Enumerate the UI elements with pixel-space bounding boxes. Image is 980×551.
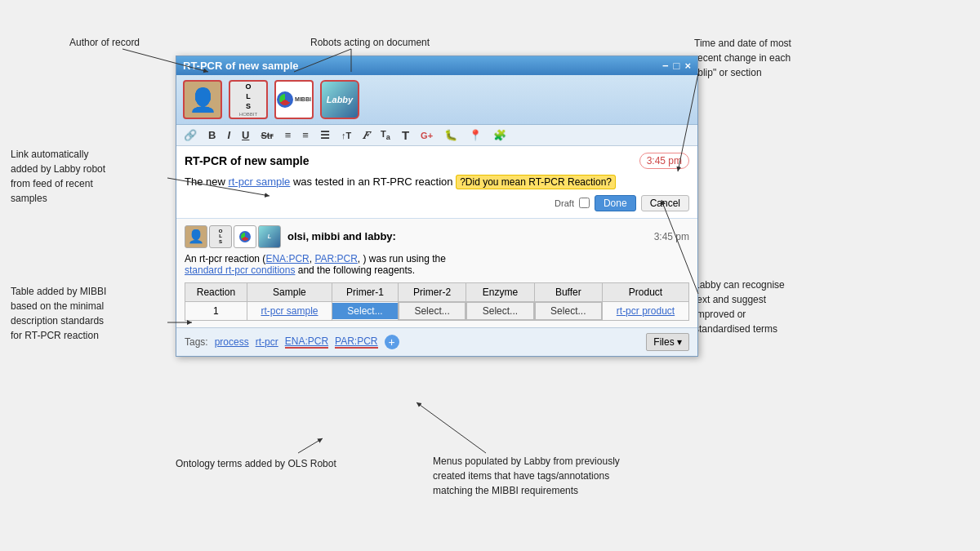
- table-row: 1 rt-pcr sample Select... Select... Sele…: [185, 301, 689, 320]
- primer2-select-button[interactable]: Select...: [399, 302, 466, 320]
- col-reaction: Reaction: [185, 282, 247, 301]
- tag-ena-pcr[interactable]: ENA:PCR: [285, 335, 328, 349]
- time-annotation: Time and date of mostrecent change in ea…: [694, 36, 791, 80]
- blip-1-time: 3:45 pm: [639, 153, 689, 169]
- list-tool[interactable]: ☰: [318, 128, 332, 142]
- blip-text-before: The new: [185, 176, 228, 188]
- author-annotation: Author of record: [69, 36, 140, 50]
- cell-reaction: 1: [185, 301, 247, 320]
- reagents-table: Reaction Sample Primer-1 Primer-2 Enzyme…: [185, 282, 689, 321]
- blip-2: 👤 OLS L olsi, mibbi and labby: 3:45 pm: [176, 219, 697, 327]
- content-area: RT-PCR of new sample 3:45 pm The new rt-…: [176, 146, 697, 356]
- ontology-annotation: Ontology terms added by OLS Robot: [176, 457, 336, 471]
- tags-label: Tags:: [185, 336, 208, 348]
- avatar-bar: 👤 OLS HOBBIT MIBBI Labby: [176, 75, 697, 125]
- spell-suggestion[interactable]: ?Did you mean RT-PCR Reaction?: [456, 175, 616, 189]
- done-button[interactable]: Done: [595, 195, 636, 211]
- bold-T-tool[interactable]: T: [399, 127, 412, 143]
- pin-tool[interactable]: 📍: [466, 128, 484, 142]
- gplus-tool[interactable]: G+: [418, 130, 435, 141]
- menus-annotation: Menus populated by Labby from previously…: [433, 454, 620, 498]
- toolbar: 🔗 B I U Str ≡ ≡ ☰ ↑T 𝐹 Ta T G+ 🐛 📍 🧩: [176, 125, 697, 146]
- blip-1-header: RT-PCR of new sample 3:45 pm: [185, 153, 689, 169]
- blip-2-author: olsi, mibbi and labby:: [287, 230, 396, 242]
- buffer-select-button[interactable]: Select...: [535, 302, 602, 320]
- blip-2-avatars: 👤 OLS L: [185, 225, 281, 248]
- cancel-button[interactable]: Cancel: [641, 195, 689, 211]
- labby-robot-avatar[interactable]: Labby: [320, 80, 359, 119]
- product-link[interactable]: rt-pcr product: [617, 305, 675, 317]
- font-tool[interactable]: 𝐹: [360, 128, 372, 143]
- col-primer1: Primer-1: [332, 282, 399, 301]
- cell-product: rt-pcr product: [602, 301, 688, 320]
- text-color-tool[interactable]: Ta: [378, 128, 393, 142]
- blip-2-text: An rt-pcr reaction (ENA:PCR, PAR:PCR, ) …: [185, 253, 689, 276]
- col-product: Product: [602, 282, 688, 301]
- table-annotation: Table added by MIBBIbased on the minimal…: [11, 284, 106, 343]
- col-enzyme: Enzyme: [466, 282, 534, 301]
- blip-text-middle: was tested in an RT-PRC reaction: [290, 176, 456, 188]
- col-primer2: Primer-2: [398, 282, 466, 301]
- cell-primer1[interactable]: Select...: [332, 301, 399, 320]
- link-auto-annotation: Link automaticallyadded by Labby robotfr…: [11, 147, 105, 206]
- mini-avatar-ols: OLS: [209, 225, 232, 248]
- files-button[interactable]: Files ▾: [646, 333, 689, 351]
- blip-1: RT-PCR of new sample 3:45 pm The new rt-…: [176, 146, 697, 219]
- add-tag-button[interactable]: +: [385, 335, 399, 349]
- blip-2-header: 👤 OLS L olsi, mibbi and labby: 3:45 pm: [185, 225, 689, 248]
- cell-sample: rt-pcr sample: [247, 301, 332, 320]
- ols-robot-avatar[interactable]: OLS HOBBIT: [229, 80, 268, 119]
- main-window: RT-PCR of new sample − □ × 👤 OLS HOBBIT …: [176, 56, 698, 357]
- mini-avatar-mibbi: [234, 225, 256, 248]
- cell-primer2[interactable]: Select...: [398, 301, 466, 320]
- mibbi-robot-avatar[interactable]: MIBBI: [274, 80, 314, 119]
- primer1-select-button[interactable]: Select...: [332, 303, 398, 319]
- svg-line-6: [298, 438, 323, 453]
- col-buffer: Buffer: [534, 282, 602, 301]
- blip-1-title: RT-PCR of new sample: [185, 154, 309, 167]
- tag-process[interactable]: process: [215, 336, 249, 348]
- window-title: RT-PCR of new sample: [183, 60, 299, 72]
- bold-tool[interactable]: B: [206, 128, 218, 142]
- col-sample: Sample: [247, 282, 332, 301]
- maximize-button[interactable]: □: [674, 60, 680, 72]
- bug-tool[interactable]: 🐛: [442, 128, 460, 142]
- tag-par-pcr[interactable]: PAR:PCR: [335, 335, 377, 349]
- blip-1-actions: Draft Done Cancel: [185, 195, 689, 211]
- blip-2-time: 3:45 pm: [654, 231, 689, 242]
- ena-pcr-link[interactable]: ENA:PCR: [265, 253, 309, 264]
- tag-rt-pcr[interactable]: rt-pcr: [256, 336, 278, 348]
- close-button[interactable]: ×: [684, 60, 691, 72]
- indent-tool[interactable]: ≡: [283, 128, 294, 142]
- rt-pcr-sample-link[interactable]: rt-pcr sample: [228, 176, 290, 188]
- svg-line-8: [416, 402, 486, 453]
- table-header-row: Reaction Sample Primer-1 Primer-2 Enzyme…: [185, 282, 689, 301]
- italic-tool[interactable]: I: [225, 128, 233, 142]
- blip-1-text: The new rt-pcr sample was tested in an R…: [185, 174, 689, 190]
- cell-enzyme[interactable]: Select...: [466, 301, 534, 320]
- link-tool[interactable]: 🔗: [181, 128, 199, 142]
- underline-tool[interactable]: U: [239, 128, 252, 142]
- person-avatar[interactable]: 👤: [183, 80, 222, 119]
- window-controls: − □ ×: [662, 60, 691, 72]
- mini-avatar-labby: L: [258, 225, 281, 248]
- cell-buffer[interactable]: Select...: [534, 301, 602, 320]
- mini-avatar-person: 👤: [185, 225, 207, 248]
- draft-label: Draft: [555, 198, 574, 208]
- sample-link[interactable]: rt-pcr sample: [261, 305, 318, 317]
- title-bar: RT-PCR of new sample − □ ×: [176, 56, 697, 75]
- robots-annotation: Robots acting on document: [310, 36, 430, 50]
- enzyme-select-button[interactable]: Select...: [466, 302, 533, 320]
- minimize-button[interactable]: −: [662, 60, 669, 72]
- draft-checkbox[interactable]: [579, 198, 590, 208]
- puzzle-tool[interactable]: 🧩: [491, 128, 509, 142]
- par-pcr-link[interactable]: PAR:PCR: [314, 253, 357, 264]
- strikethrough-tool[interactable]: Str: [258, 130, 275, 141]
- standard-conditions-link[interactable]: standard rt-pcr conditions: [185, 264, 295, 276]
- tags-bar: Tags: process rt-pcr ENA:PCR PAR:PCR + F…: [176, 327, 697, 356]
- font-up-tool[interactable]: ↑T: [339, 130, 354, 141]
- labby-recognise-annotation: Labby can recognisetext and suggestimpro…: [694, 278, 785, 336]
- outdent-tool[interactable]: ≡: [300, 128, 311, 142]
